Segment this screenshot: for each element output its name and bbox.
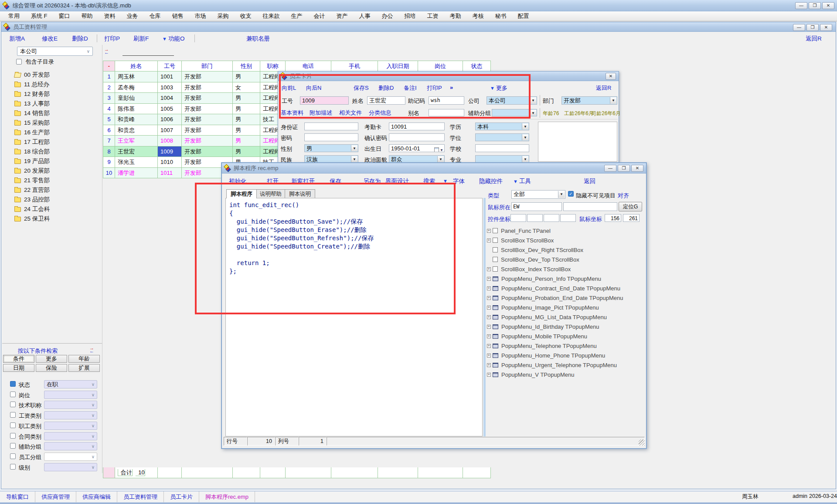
- politics-combo[interactable]: 群众▼: [389, 155, 445, 163]
- expand-icon[interactable]: +: [487, 315, 491, 319]
- tab-basic-info[interactable]: 基本资料: [281, 109, 303, 117]
- next-button[interactable]: 向后N: [306, 84, 321, 92]
- mouse-at-field2[interactable]: [563, 202, 617, 211]
- function-menu-button[interactable]: ▼功能O: [162, 35, 184, 43]
- menu-item[interactable]: 招培: [399, 12, 422, 20]
- print-button[interactable]: 打印P: [427, 84, 442, 92]
- chevron-down-icon[interactable]: ▼: [351, 156, 357, 162]
- menu-item[interactable]: 工资: [422, 12, 444, 20]
- password-field[interactable]: [304, 133, 358, 141]
- search-button[interactable]: 搜索: [423, 177, 435, 185]
- company-combo[interactable]: 本公司▼: [487, 96, 537, 105]
- mouse-x-field[interactable]: 156: [605, 214, 621, 222]
- tab-related-files[interactable]: 相关文件: [339, 109, 362, 117]
- mouse-at-field[interactable]: EW: [511, 202, 562, 211]
- filter-checkbox-icon[interactable]: [10, 464, 16, 470]
- control-tree-item[interactable]: + PopupMenu_V TPopupMenu: [486, 370, 645, 379]
- swap-icon[interactable]: →←: [104, 48, 112, 54]
- ethnicity-combo[interactable]: 汉族▼: [304, 155, 358, 163]
- filter-checkbox-icon[interactable]: [10, 422, 16, 428]
- note-button[interactable]: 备注I: [404, 84, 417, 92]
- save-button[interactable]: 保存S: [354, 84, 369, 92]
- birthdate-field[interactable]: 1950-01-01▼: [389, 144, 445, 152]
- filter-dropdown[interactable]: ∨: [44, 442, 97, 450]
- maximize-icon[interactable]: ❐: [809, 2, 821, 9]
- expand-icon[interactable]: +: [487, 306, 491, 310]
- control-tree-item[interactable]: + ScrollBox_Index TScrollBox: [486, 264, 645, 274]
- menu-item[interactable]: 考核: [467, 12, 490, 20]
- menu-item[interactable]: 往来款: [257, 12, 286, 20]
- menu-item[interactable]: 市场: [189, 12, 212, 20]
- control-tree-item[interactable]: + PopupMenu_Person_Info TPopupMenu: [486, 274, 645, 283]
- refresh-button[interactable]: 刷新F: [133, 35, 149, 43]
- control-coord-y1[interactable]: [527, 214, 543, 222]
- control-tree-item[interactable]: + ScrollBox TScrollBox: [486, 235, 645, 245]
- education-combo[interactable]: 本科▼: [475, 123, 529, 130]
- filter-checkbox-icon[interactable]: [10, 453, 16, 459]
- add-button[interactable]: 新增A: [9, 35, 25, 43]
- checkbox-icon[interactable]: [493, 238, 498, 243]
- control-tree-item[interactable]: + PopupMenu_Contract_End_Date TPopupMenu: [486, 283, 645, 293]
- school-field[interactable]: [475, 144, 529, 152]
- control-tree-item[interactable]: + PopupMenu_Probation_End_Date TPopupMen…: [486, 293, 645, 303]
- chevron-down-icon[interactable]: ▼: [437, 156, 444, 162]
- tab-category-info[interactable]: 分类信息: [369, 109, 391, 117]
- filter-dropdown[interactable]: 在职∨: [44, 380, 97, 388]
- locate-button[interactable]: 定位G: [619, 202, 642, 211]
- filter-dropdown[interactable]: ∨: [44, 411, 97, 419]
- edit-button[interactable]: 修改E: [42, 35, 58, 43]
- column-header[interactable]: 职称: [260, 61, 286, 72]
- menu-item[interactable]: 收支: [235, 12, 257, 20]
- column-header[interactable]: 入职日期: [378, 61, 418, 72]
- search-tab-button[interactable]: 年龄: [68, 355, 100, 363]
- menu-item[interactable]: 考勤: [444, 12, 467, 20]
- search-tab-button[interactable]: 扩展: [68, 364, 100, 372]
- search-tab-button[interactable]: 条件: [3, 355, 34, 363]
- tab-script[interactable]: 脚本程序: [226, 189, 257, 198]
- department-tree-item[interactable]: 21 零售部: [8, 176, 100, 185]
- restore-icon[interactable]: ❐: [806, 24, 819, 31]
- close-icon[interactable]: ✕: [822, 2, 834, 9]
- filter-checkbox-icon[interactable]: [10, 392, 16, 397]
- attendance-field[interactable]: 10091: [389, 123, 445, 130]
- chevron-down-icon[interactable]: ▼: [522, 156, 528, 162]
- save-as-button[interactable]: 另存为: [363, 177, 381, 185]
- search-tab-button[interactable]: 保险: [36, 364, 67, 372]
- department-tree-item[interactable]: 23 品控部: [8, 195, 100, 204]
- column-header[interactable]: 工号: [158, 61, 182, 72]
- department-tree-item[interactable]: 00 开发部: [8, 70, 100, 80]
- expand-icon[interactable]: +: [487, 238, 491, 242]
- control-tree-item[interactable]: + PopupMenu_Mobile TPopupMenu: [486, 331, 645, 341]
- taskbar-item[interactable]: 员工资料管理: [117, 491, 164, 502]
- code-editor[interactable]: int func_edit_rec(){ gui_hide("SpeedButt…: [225, 198, 483, 436]
- open-button[interactable]: 打开: [267, 177, 279, 185]
- department-tree-item[interactable]: 20 发展部: [8, 166, 100, 176]
- photo-box[interactable]: [538, 122, 617, 162]
- menu-item[interactable]: 常用: [3, 12, 25, 20]
- menu-item[interactable]: 帮助: [76, 12, 99, 20]
- empno-field[interactable]: 1009: [300, 96, 349, 105]
- major-combo[interactable]: ▼: [475, 155, 529, 163]
- menu-item[interactable]: 资产: [331, 12, 354, 20]
- minimize-icon[interactable]: —: [793, 24, 805, 31]
- control-tree-item[interactable]: + PopupMenu_Home_Phone TPopupMenu: [486, 351, 645, 360]
- chevron-down-icon[interactable]: ▼: [443, 177, 449, 184]
- expand-icon[interactable]: +: [487, 373, 491, 377]
- expand-icon[interactable]: +: [487, 286, 491, 290]
- idcard-field[interactable]: [304, 123, 358, 130]
- control-tree-item[interactable]: + PopupMenu_Image_Pict TPopupMenu: [486, 303, 645, 312]
- control-coord-x2[interactable]: [544, 214, 559, 222]
- confirm-password-field[interactable]: [389, 133, 445, 141]
- checkbox-icon[interactable]: [493, 228, 498, 233]
- filter-checkbox-icon[interactable]: [10, 433, 16, 439]
- column-header[interactable]: 性别: [233, 61, 260, 72]
- type-combo[interactable]: 全部▼: [511, 190, 565, 199]
- expand-icon[interactable]: +: [487, 229, 491, 233]
- parttime-roster-button[interactable]: 兼职名册: [246, 35, 270, 43]
- pane-splitter[interactable]: [483, 198, 486, 436]
- taskbar-item[interactable]: 供应商管理: [35, 491, 76, 502]
- degree-combo[interactable]: ▼: [475, 133, 529, 141]
- menu-item[interactable]: 仓库: [144, 12, 167, 20]
- filter-checkbox-icon[interactable]: [10, 443, 16, 449]
- more-button[interactable]: ▼更多: [490, 84, 507, 92]
